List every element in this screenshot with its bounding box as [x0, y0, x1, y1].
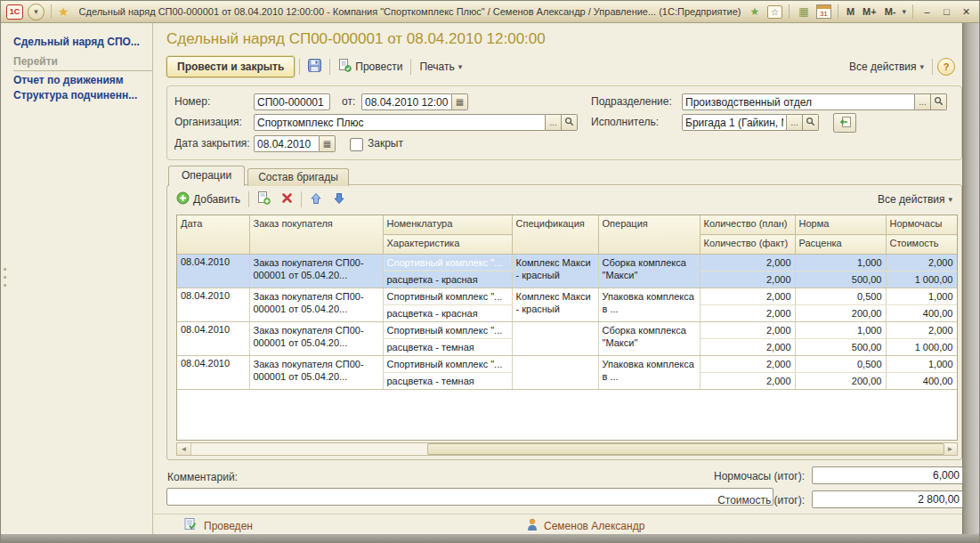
tab-operations[interactable]: Операции [168, 166, 245, 186]
all-actions-button[interactable]: Все действия ▾ [846, 57, 927, 77]
post-button[interactable]: Провести [335, 57, 406, 77]
closed-checkbox-label[interactable]: Закрыт [368, 135, 403, 152]
cell-cost[interactable]: 400,00 [886, 373, 957, 390]
sidebar-item-movements-report[interactable]: Отчет по движениям [13, 74, 147, 86]
cell-rate[interactable]: 200,00 [795, 373, 886, 390]
cell-date[interactable]: 08.04.2010 [177, 322, 249, 356]
cell-characteristic[interactable]: расцветка - темная [383, 339, 512, 356]
close-button[interactable]: × [959, 4, 974, 19]
print-menu-button[interactable]: Печать ▾ [416, 57, 466, 77]
calendar-icon[interactable]: 31 [816, 4, 831, 19]
cell-operation[interactable]: Упаковка комплекса в ... [598, 288, 700, 322]
close-date-input[interactable] [254, 135, 320, 152]
cell-date[interactable]: 08.04.2010 [177, 356, 249, 390]
delete-row-button[interactable] [279, 190, 296, 208]
norm-hours-total-input[interactable] [812, 466, 963, 484]
cell-qty-plan[interactable]: 2,000 [700, 288, 795, 305]
department-search-button[interactable] [931, 93, 947, 110]
cell-specification[interactable] [512, 356, 598, 390]
sidebar-splitter-handle[interactable] [4, 268, 6, 271]
titlebar-overflow-caret-icon[interactable]: ▾ [902, 7, 906, 16]
cell-norm[interactable]: 0,500 [795, 288, 886, 305]
cell-characteristic[interactable]: расцветка - красная [383, 272, 512, 288]
document-datetime-input[interactable] [361, 93, 452, 110]
cell-date[interactable]: 08.04.2010 [177, 255, 249, 288]
post-and-close-button[interactable]: Провести и закрыть [166, 56, 295, 77]
cell-operation[interactable]: Сборка комплекса "Макси" [598, 322, 700, 356]
memory-m-button[interactable]: M [845, 6, 856, 17]
close-date-calendar-button[interactable]: ▦ [320, 135, 336, 152]
favorites-panel-icon[interactable]: ☆ [767, 5, 782, 19]
cell-order[interactable]: Заказ покупателя СП00-000001 от 05.04.20… [249, 322, 383, 356]
cell-rate[interactable]: 500,00 [795, 272, 886, 288]
cell-specification[interactable]: Комплекс Макси - красный [512, 288, 598, 322]
cell-nomenclature[interactable]: Спортивный комплекс "... [383, 255, 512, 272]
executor-input[interactable] [682, 114, 787, 131]
cell-order[interactable]: Заказ покупателя СП00-000001 от 05.04.20… [249, 288, 383, 322]
save-button[interactable] [304, 57, 325, 77]
move-row-down-button[interactable] [330, 190, 348, 209]
cell-nomenclature[interactable]: Спортивный комплекс "... [383, 356, 512, 373]
cell-norm[interactable]: 0,500 [795, 356, 886, 373]
cell-norm-hours[interactable]: 2,000 [886, 322, 957, 339]
tab-brigade[interactable]: Состав бригады [247, 168, 349, 186]
organization-lookup-button[interactable]: ... [546, 114, 562, 131]
horizontal-scrollbar[interactable]: ◄ ► [176, 442, 958, 456]
cell-cost[interactable]: 1 000,00 [886, 339, 957, 356]
cell-nomenclature[interactable]: Спортивный комплекс "... [383, 322, 512, 339]
cell-characteristic[interactable]: расцветка - темная [383, 373, 512, 390]
cell-operation[interactable]: Упаковка комплекса в ... [598, 356, 700, 390]
memory-m-minus-button[interactable]: M- [883, 6, 898, 17]
cell-qty-fact[interactable]: 2,000 [700, 305, 795, 322]
datetime-calendar-button[interactable]: ▦ [452, 93, 468, 110]
grid-all-actions-button[interactable]: Все действия ▾ [875, 191, 955, 207]
cell-specification[interactable]: Комплекс Макси - красный [512, 255, 598, 288]
cost-total-input[interactable] [812, 490, 963, 508]
cell-qty-plan[interactable]: 2,000 [700, 322, 795, 339]
cell-order[interactable]: Заказ покупателя СП00-000001 от 05.04.20… [249, 356, 383, 390]
scroll-right-button[interactable]: ► [943, 443, 957, 455]
copy-row-button[interactable] [255, 190, 273, 209]
department-input[interactable] [682, 93, 915, 110]
favorites-star-icon[interactable]: ★ [58, 5, 69, 18]
help-button[interactable]: ? [937, 58, 955, 76]
department-lookup-button[interactable]: ... [915, 93, 931, 110]
cell-qty-plan[interactable]: 2,000 [700, 255, 795, 272]
cell-norm[interactable]: 1,000 [795, 255, 886, 272]
scrollbar-thumb[interactable] [427, 443, 944, 455]
organization-search-button[interactable] [562, 114, 578, 131]
cell-qty-fact[interactable]: 2,000 [700, 339, 795, 356]
cell-characteristic[interactable]: расцветка - красная [383, 305, 512, 322]
author-link[interactable]: Семенов Александр [544, 520, 644, 532]
cell-rate[interactable]: 500,00 [795, 339, 886, 356]
scrollbar-track[interactable] [191, 443, 943, 455]
executor-lookup-button[interactable]: ... [787, 114, 803, 131]
add-to-favorites-icon[interactable]: ★ [747, 4, 763, 20]
sidebar-item-subordination[interactable]: Структура подчиненн... [13, 89, 147, 101]
calculator-icon[interactable]: ▦ [796, 4, 812, 20]
cell-qty-plan[interactable]: 2,000 [700, 356, 795, 373]
cell-norm-hours[interactable]: 1,000 [886, 288, 957, 305]
cell-order[interactable]: Заказ покупателя СП00-000001 от 05.04.20… [249, 255, 383, 288]
add-row-button[interactable]: Добавить [174, 190, 243, 209]
cell-specification[interactable] [512, 322, 598, 356]
scroll-left-button[interactable]: ◄ [177, 443, 191, 455]
cell-cost[interactable]: 400,00 [886, 305, 957, 322]
cell-date[interactable]: 08.04.2010 [177, 288, 249, 322]
sidebar-item-document[interactable]: Сдельный наряд СПО... [13, 36, 147, 48]
move-row-up-button[interactable] [307, 190, 325, 209]
cell-norm[interactable]: 1,000 [795, 322, 886, 339]
number-input[interactable] [254, 93, 330, 110]
maximize-button[interactable]: □ [939, 6, 954, 17]
cell-norm-hours[interactable]: 1,000 [886, 356, 957, 373]
cell-operation[interactable]: Сборка комплекса "Макси" [598, 255, 700, 288]
executor-search-button[interactable] [803, 114, 819, 131]
cell-qty-fact[interactable]: 2,000 [700, 373, 795, 390]
executor-open-button[interactable] [833, 113, 856, 133]
organization-input[interactable] [254, 114, 546, 131]
cell-cost[interactable]: 1 000,00 [886, 272, 957, 288]
cell-qty-fact[interactable]: 2,000 [700, 272, 795, 288]
cell-rate[interactable]: 200,00 [795, 305, 886, 322]
minimize-button[interactable]: – [919, 6, 935, 17]
cell-norm-hours[interactable]: 2,000 [886, 255, 957, 272]
